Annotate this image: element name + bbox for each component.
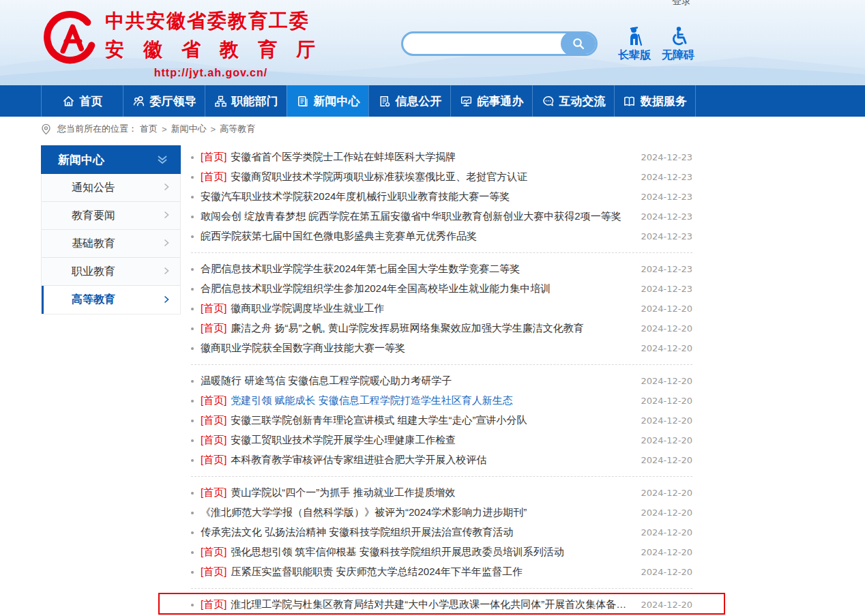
bullet-dot — [191, 400, 194, 402]
search-input[interactable] — [403, 33, 561, 54]
news-date: 2024-12-20 — [628, 415, 692, 426]
news-title-link[interactable]: 敢闯会创 绽放青春梦想 皖西学院在第五届安徽省中华职业教育创新创业大赛中获得2项… — [201, 210, 621, 223]
news-title-link[interactable]: 合肥信息技术职业学院学生获2024年第七届全国大学生数学竞赛二等奖 — [201, 263, 520, 276]
news-title-link[interactable]: 安徽商贸职业技术学院两项职业标准获埃塞俄比亚、老挝官方认证 — [231, 171, 527, 184]
news-title-link[interactable]: 传承宪法文化 弘扬法治精神 安徽科技学院组织开展法治宣传教育活动 — [201, 526, 513, 539]
news-title-link[interactable]: 淮北理工学院与杜集区教育局结对共建“大中小学思政课一体化共同体”开展首次集体备课… — [231, 598, 628, 611]
homepage-tag: [首页] — [201, 598, 226, 611]
sidebar-item-5[interactable]: 高等教育 — [42, 286, 180, 314]
sidebar-item-1[interactable]: 通知公告 — [42, 174, 180, 202]
news-group-3: 温暖随行 研途笃信 安徽信息工程学院暖心助力考研学子2024-12-20[首页]… — [191, 371, 692, 477]
news-title-link[interactable]: 黄山学院以“四个一”为抓手 推动就业工作提质增效 — [231, 486, 455, 499]
news-row[interactable]: [首页]压紧压实监督职能职责 安庆师范大学总结2024年下半年监督工作2024-… — [191, 562, 692, 582]
news-title-link[interactable]: 安徽工贸职业技术学院开展学生心理健康工作检查 — [231, 434, 456, 447]
news-date: 2024-12-23 — [628, 264, 692, 274]
breadcrumb-home[interactable]: 首页 — [140, 123, 158, 135]
sidebar-title: 新闻中心 — [58, 152, 104, 168]
news-row[interactable]: [首页]本科教育教学审核评估专家组进驻合肥大学开展入校评估2024-12-20 — [191, 450, 692, 470]
news-row[interactable]: 《淮北师范大学学报（自然科学版）》被评为“2024学术影响力进步期刊”2024-… — [191, 503, 692, 523]
news-title-link[interactable]: 压紧压实监督职能职责 安庆师范大学总结2024年下半年监督工作 — [231, 566, 523, 578]
homepage-tag: [首页] — [201, 414, 226, 427]
news-title-link[interactable]: 徽商职业学院调度毕业生就业工作 — [231, 302, 384, 315]
bullet-dot — [191, 492, 194, 495]
nav-item-5[interactable]: 信息公开 — [368, 85, 450, 117]
news-title-link[interactable]: 安徽省首个医学类院士工作站在蚌埠医科大学揭牌 — [231, 151, 456, 164]
nav-item-2[interactable]: 委厅领导 — [123, 85, 205, 117]
news-row[interactable]: [首页]安徽工贸职业技术学院开展学生心理健康工作检查2024-12-20 — [191, 430, 692, 450]
news-date: 2024-12-20 — [628, 435, 692, 445]
site-url: http://jyt.ah.gov.cn/ — [105, 67, 317, 79]
news-title-link[interactable]: 本科教育教学审核评估专家组进驻合肥大学开展入校评估 — [231, 454, 486, 467]
accessibility-button[interactable]: 无障碍 — [656, 26, 700, 63]
home-icon — [62, 95, 75, 108]
breadcrumb-news-center[interactable]: 新闻中心 — [171, 123, 207, 135]
news-row[interactable]: 合肥信息技术职业学院组织学生参加2024年全国高校毕业生就业能力集中培训2024… — [191, 279, 692, 299]
news-title-link[interactable]: 安徽三联学院创新青年理论宣讲模式 组建大学生“走心”宣讲小分队 — [231, 414, 527, 427]
news-row[interactable]: 合肥信息技术职业学院学生获2024年第七届全国大学生数学竞赛二等奖2024-12… — [191, 259, 692, 279]
sidebar-item-3[interactable]: 基础教育 — [42, 230, 180, 258]
nav-item-label: 互动交流 — [559, 93, 606, 109]
news-row[interactable]: [首页]强化思想引领 筑牢信仰根基 安徽科技学院组织开展思政委员培训系列活动20… — [191, 542, 692, 562]
nav-item-7[interactable]: 互动交流 — [532, 85, 614, 117]
sidebar-header-news-center[interactable]: 新闻中心 — [41, 145, 181, 174]
news-row[interactable]: [首页]淮北理工学院与杜集区教育局结对共建“大中小学思政课一体化共同体”开展首次… — [191, 595, 692, 615]
news-date: 2024-12-23 — [628, 172, 692, 182]
breadcrumb-higher-education[interactable]: 高等教育 — [220, 123, 255, 135]
sidebar-item-2[interactable]: 教育要闻 — [42, 202, 180, 230]
sidebar-item-4[interactable]: 职业教育 — [42, 258, 180, 286]
news-title-link[interactable]: 徽商职业学院获全国数字商业技能大赛一等奖 — [201, 342, 405, 355]
search-button[interactable] — [561, 31, 596, 56]
news-row[interactable]: [首页]安徽商贸职业技术学院两项职业标准获埃塞俄比亚、老挝官方认证2024-12… — [191, 167, 692, 187]
news-date: 2024-12-23 — [628, 284, 692, 294]
nav-item-label: 职能部门 — [232, 93, 278, 109]
bullet-dot — [191, 288, 194, 291]
news-row[interactable]: [首页]徽商职业学院调度毕业生就业工作2024-12-20 — [191, 299, 692, 319]
chat-icon — [542, 95, 555, 108]
org-title-line1: 中共安徽省委教育工委 — [105, 8, 317, 34]
nav-item-6[interactable]: 皖事通办 — [450, 85, 532, 117]
bullet-dot — [191, 347, 194, 350]
news-date: 2024-12-20 — [628, 455, 692, 465]
breadcrumb: 您当前所在的位置： 首页 > 新闻中心 > 高等教育 — [41, 120, 255, 138]
nav-item-4[interactable]: 新闻中心 — [287, 85, 368, 117]
bullet-dot — [191, 531, 194, 534]
main-navigation-bar: 首页委厅领导职能部门新闻中心信息公开皖事通办互动交流数据服务 — [0, 85, 865, 117]
news-row[interactable]: [首页]党建引领 赋能成长 安徽信息工程学院打造学生社区育人新生态2024-12… — [191, 391, 692, 411]
login-link[interactable]: 登录 — [672, 0, 691, 8]
bullet-dot — [191, 268, 194, 271]
news-title-link[interactable]: 廉洁之舟 扬“易”之帆, 黄山学院发挥易班网络集聚效应加强大学生廉洁文化教育 — [231, 322, 584, 335]
news-title-link[interactable]: 温暖随行 研途笃信 安徽信息工程学院暖心助力考研学子 — [201, 375, 452, 387]
news-title-link[interactable]: 皖西学院获第七届中国红色微电影盛典主竞赛单元优秀作品奖 — [201, 230, 477, 243]
site-logo[interactable]: 中共安徽省委教育工委 安徽省教育厅 http://jyt.ah.gov.cn/ — [42, 8, 317, 79]
nav-item-3[interactable]: 职能部门 — [205, 85, 287, 117]
bullet-dot — [191, 439, 194, 442]
news-row[interactable]: 徽商职业学院获全国数字商业技能大赛一等奖2024-12-20 — [191, 338, 692, 358]
bullet-dot — [191, 176, 194, 179]
news-title-link[interactable]: 《淮北师范大学学报（自然科学版）》被评为“2024学术影响力进步期刊” — [201, 506, 527, 519]
news-title-link[interactable]: 党建引领 赋能成长 安徽信息工程学院打造学生社区育人新生态 — [231, 394, 512, 407]
news-row[interactable]: 皖西学院获第七届中国红色微电影盛典主竞赛单元优秀作品奖2024-12-23 — [191, 226, 692, 246]
news-row[interactable]: 安徽汽车职业技术学院获2024年度机械行业职业教育技能大赛一等奖2024-12-… — [191, 187, 692, 207]
news-row[interactable]: 敢闯会创 绽放青春梦想 皖西学院在第五届安徽省中华职业教育创新创业大赛中获得2项… — [191, 207, 692, 226]
breadcrumb-separator: > — [162, 124, 167, 134]
news-title-link[interactable]: 安徽汽车职业技术学院获2024年度机械行业职业教育技能大赛一等奖 — [201, 190, 510, 203]
sidebar-item-label: 通知公告 — [72, 181, 115, 195]
news-title-link[interactable]: 合肥信息技术职业学院组织学生参加2024年全国高校毕业生就业能力集中培训 — [201, 282, 551, 295]
news-row[interactable]: 温暖随行 研途笃信 安徽信息工程学院暖心助力考研学子2024-12-20 — [191, 371, 692, 391]
news-row[interactable]: 传承宪法文化 弘扬法治精神 安徽科技学院组织开展法治宣传教育活动2024-12-… — [191, 523, 692, 542]
org-title-line2: 安徽省教育厅 — [105, 37, 315, 63]
news-row[interactable]: [首页]安徽省首个医学类院士工作站在蚌埠医科大学揭牌2024-12-23 — [191, 147, 692, 167]
nav-item-1[interactable]: 首页 — [41, 85, 123, 117]
book-icon — [623, 95, 636, 108]
sidebar: 新闻中心 通知公告教育要闻基础教育职业教育高等教育 — [41, 145, 181, 314]
elder-version-button[interactable]: 长辈版 — [613, 26, 656, 63]
news-date: 2024-12-20 — [628, 376, 692, 386]
bullet-dot — [191, 551, 194, 554]
news-title-link[interactable]: 强化思想引领 筑牢信仰根基 安徽科技学院组织开展思政委员培训系列活动 — [231, 546, 563, 559]
news-row[interactable]: [首页]安徽三联学院创新青年理论宣讲模式 组建大学生“走心”宣讲小分队2024-… — [191, 411, 692, 430]
nav-item-8[interactable]: 数据服务 — [614, 85, 696, 117]
news-date: 2024-12-20 — [628, 304, 692, 314]
news-row[interactable]: [首页]黄山学院以“四个一”为抓手 推动就业工作提质增效2024-12-20 — [191, 483, 692, 503]
news-row[interactable]: [首页]廉洁之舟 扬“易”之帆, 黄山学院发挥易班网络集聚效应加强大学生廉洁文化… — [191, 319, 692, 338]
homepage-tag: [首页] — [201, 566, 226, 578]
